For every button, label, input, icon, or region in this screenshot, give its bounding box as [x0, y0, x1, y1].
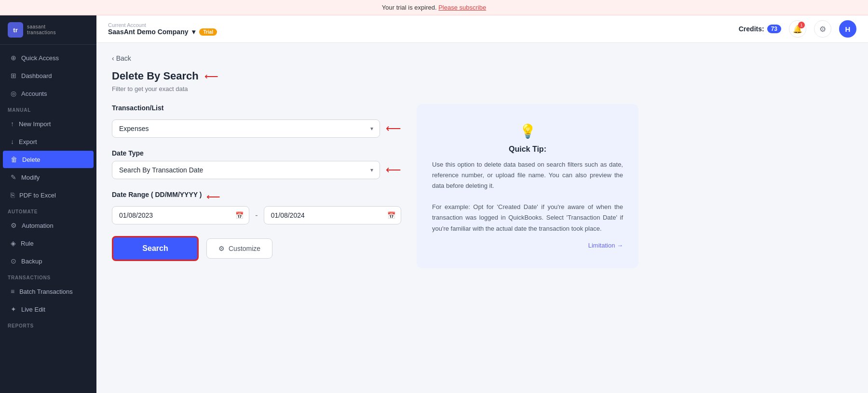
title-arrow-indicator: ⟵ [204, 70, 218, 82]
settings-button[interactable]: ⚙ [814, 20, 831, 38]
main-content: Current Account SaasAnt Demo Company ▾ T… [96, 15, 868, 393]
sidebar-item-label: Rule [21, 240, 34, 247]
sidebar-item-quick-access[interactable]: ⊕ Quick Access [3, 49, 94, 66]
limitation-link[interactable]: Limitation → [432, 242, 623, 249]
date-from-calendar-icon[interactable]: 📅 [235, 211, 244, 219]
back-link[interactable]: ‹ Back [112, 54, 853, 62]
account-info: Current Account SaasAnt Demo Company ▾ T… [108, 22, 217, 36]
sidebar-item-label: Quick Access [21, 54, 59, 62]
date-type-arrow-indicator: ⟵ [386, 164, 401, 176]
sidebar-item-label: Live Edit [21, 306, 45, 313]
date-type-select[interactable]: Search By Transaction Date Search By Cre… [112, 161, 380, 179]
notification-count: 1 [798, 22, 805, 28]
section-label-transactions: TRANSACTIONS [0, 270, 96, 282]
sidebar-item-new-import[interactable]: ↑ New Import [3, 115, 94, 132]
tip-title: Quick Tip: [432, 145, 623, 154]
sidebar-item-label: Delete [22, 156, 41, 163]
customize-button[interactable]: ⚙ Customize [206, 238, 272, 259]
credits-badge: 73 [767, 25, 781, 33]
sidebar-item-batch-transactions[interactable]: ≡ Batch Transactions [3, 283, 94, 300]
account-name: SaasAnt Demo Company [108, 28, 188, 36]
accounts-icon: ◎ [11, 90, 16, 97]
transaction-list-label: Transaction/List [112, 104, 163, 112]
sidebar-item-label: Backup [21, 258, 42, 265]
modify-icon: ✎ [11, 173, 16, 181]
sidebar-item-export[interactable]: ↓ Export [3, 133, 94, 150]
sidebar-item-live-edit[interactable]: ✦ Live Edit [3, 301, 94, 318]
date-to-wrapper: 📅 [264, 206, 401, 224]
chevron-down-icon: ▾ [192, 28, 195, 36]
date-type-label: Date Type [112, 149, 401, 157]
transaction-list-select[interactable]: Expenses Income Journal Entry Invoices B… [112, 119, 380, 138]
date-type-wrapper: Search By Transaction Date Search By Cre… [112, 161, 380, 179]
sidebar-item-label: Batch Transactions [19, 288, 73, 295]
form-panel: Transaction/List Expenses Income Journal… [112, 104, 401, 261]
pdf-icon: ⎘ [11, 191, 14, 199]
automation-icon: ⚙ [11, 222, 17, 229]
tip-panel: 💡 Quick Tip: Use this option to delete d… [417, 104, 638, 268]
transaction-list-wrapper: Expenses Income Journal Entry Invoices B… [112, 119, 380, 138]
dashboard-icon: ⊞ [11, 72, 16, 79]
rule-icon: ◈ [11, 239, 16, 247]
sidebar-item-modify[interactable]: ✎ Modify [3, 169, 94, 186]
date-from-wrapper: 📅 [112, 206, 249, 224]
backup-icon: ⊙ [11, 257, 16, 265]
date-from-input[interactable] [112, 206, 249, 224]
sidebar-item-delete[interactable]: 🗑 Delete [3, 151, 94, 168]
sidebar-item-pdf-to-excel[interactable]: ⎘ PDF to Excel [3, 186, 94, 204]
date-type-group: Date Type Search By Transaction Date Sea… [112, 149, 401, 179]
subscribe-link[interactable]: Please subscribe [438, 4, 486, 11]
sidebar-item-dashboard[interactable]: ⊞ Dashboard [3, 67, 94, 84]
date-to-input[interactable] [264, 206, 401, 224]
page-title-row: Delete By Search ⟵ [112, 70, 853, 82]
trial-banner-text: Your trial is expired. [382, 4, 437, 11]
trial-badge: Trial [199, 28, 217, 36]
batch-icon: ≡ [11, 288, 14, 295]
notifications-button[interactable]: 🔔 1 [789, 20, 806, 38]
delete-icon: 🗑 [11, 156, 17, 163]
quick-access-icon: ⊕ [11, 54, 16, 62]
user-avatar[interactable]: H [839, 20, 856, 38]
back-chevron-icon: ‹ [112, 54, 114, 62]
page-subtitle: Filter to get your exact data [112, 85, 853, 92]
customize-icon: ⚙ [218, 245, 225, 252]
tip-lightbulb-icon: 💡 [432, 123, 623, 139]
sidebar-item-rule[interactable]: ◈ Rule [3, 235, 94, 252]
section-label-manual: MANUAL [0, 103, 96, 115]
sidebar-item-label: Export [19, 138, 37, 145]
new-import-icon: ↑ [11, 120, 14, 128]
sidebar-item-label: Dashboard [21, 72, 52, 79]
date-separator: - [255, 211, 258, 220]
date-range-label: Date Range ( DD/MM/YYYY ) [112, 191, 202, 198]
sidebar-item-label: Modify [21, 174, 40, 181]
search-button[interactable]: Search [112, 236, 199, 261]
account-label: Current Account [108, 22, 217, 28]
account-selector[interactable]: SaasAnt Demo Company ▾ Trial [108, 28, 217, 36]
sidebar-logo: tr saasant transactions [0, 15, 96, 45]
action-row: Search ⚙ Customize [112, 236, 401, 261]
sidebar-item-backup[interactable]: ⊙ Backup [3, 252, 94, 270]
live-edit-icon: ✦ [11, 305, 16, 313]
transaction-arrow-indicator: ⟵ [386, 122, 401, 135]
logo-text: saasant transactions [27, 24, 56, 36]
sidebar-item-label: New Import [19, 120, 51, 128]
transaction-list-group: Transaction/List Expenses Income Journal… [112, 104, 401, 138]
sidebar: tr saasant transactions ⊕ Quick Access ⊞… [0, 15, 96, 393]
section-label-automate: AUTOMATE [0, 204, 96, 216]
page-content: ‹ Back Delete By Search ⟵ Filter to get … [96, 43, 868, 393]
credits-label: Credits: [739, 25, 764, 33]
date-range-arrow-indicator: ⟵ [206, 191, 220, 202]
export-icon: ↓ [11, 138, 14, 145]
tip-body: Use this option to delete data based on … [432, 159, 623, 234]
trial-banner: Your trial is expired. Please subscribe [0, 0, 868, 15]
date-range-group: Date Range ( DD/MM/YYYY ) ⟵ 📅 - 📅 [112, 191, 401, 224]
section-label-reports: REPORTS [0, 318, 96, 330]
sidebar-item-accounts[interactable]: ◎ Accounts [3, 85, 94, 102]
sidebar-item-label: Automation [22, 222, 54, 229]
sidebar-nav: ⊕ Quick Access ⊞ Dashboard ◎ Accounts MA… [0, 45, 96, 393]
page-title: Delete By Search [112, 70, 199, 82]
date-to-calendar-icon[interactable]: 📅 [387, 211, 395, 219]
sidebar-item-automation[interactable]: ⚙ Automation [3, 217, 94, 234]
content-row: Transaction/List Expenses Income Journal… [112, 104, 853, 268]
header: Current Account SaasAnt Demo Company ▾ T… [96, 15, 868, 43]
